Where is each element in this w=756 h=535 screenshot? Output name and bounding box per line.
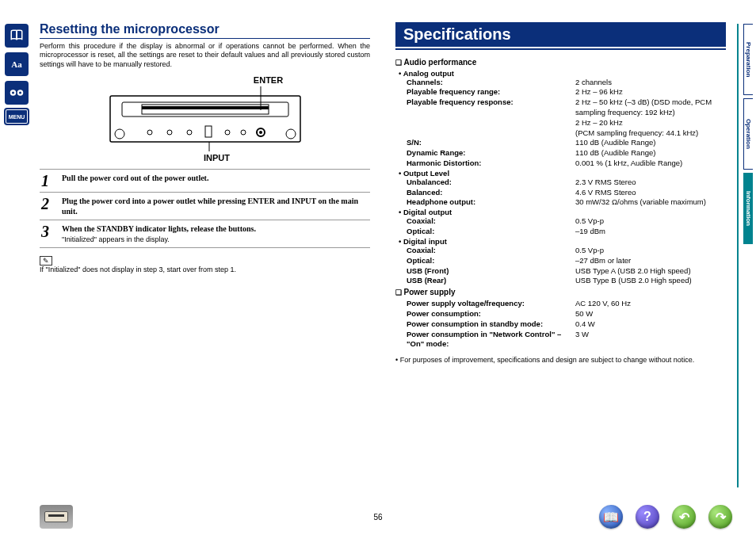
- spec-value: 3 W: [575, 330, 726, 350]
- device-diagram: ENTER INPUT: [40, 75, 370, 162]
- step-note-3: "Initialized" appears in the display.: [62, 235, 170, 243]
- spec-value: 30 mW/32 Ω/ohms (variable maximum): [575, 197, 726, 208]
- spec-value-cont: 2 Hz – 20 kHz: [575, 118, 726, 128]
- spec-footnote: For purposes of improvement, specificati…: [395, 356, 726, 364]
- spec-value: AC 120 V, 60 Hz: [575, 299, 726, 309]
- svg-rect-8: [142, 106, 269, 109]
- side-tabs: PreparationOperationInformation: [740, 0, 756, 535]
- spec-subhead: Output Level: [399, 169, 726, 178]
- spec-key: Power consumption:: [407, 309, 575, 319]
- side-tab-operation[interactable]: Operation: [743, 98, 753, 170]
- index-icon[interactable]: [5, 81, 29, 105]
- spec-row: Playable frequency range:2 Hz – 96 kHz: [407, 87, 726, 97]
- svg-point-13: [187, 130, 192, 135]
- spec-value: 2 channels: [575, 78, 726, 88]
- spec-key: Unbalanced:: [407, 178, 575, 188]
- spec-row: Coaxial:0.5 Vp-p: [407, 246, 726, 256]
- spec-row: USB (Rear)USB Type B (USB 2.0 High speed…: [407, 276, 726, 286]
- spec-title: Specifications: [395, 22, 726, 47]
- spec-value: –27 dBm or later: [575, 256, 726, 266]
- spec-key: S/N:: [407, 138, 575, 148]
- spec-key: USB (Rear): [407, 276, 575, 286]
- spec-body: Audio performanceAnalog outputChannels:2…: [395, 58, 726, 350]
- spec-section-head: Audio performance: [395, 58, 726, 67]
- menu-icon[interactable]: MENU: [6, 109, 28, 124]
- spec-value: 2 Hz – 96 kHz: [575, 87, 726, 97]
- spec-value: 0.4 W: [575, 319, 726, 330]
- spec-key: Power consumption in standby mode:: [407, 319, 575, 330]
- spec-section-head: Power supply: [395, 288, 726, 296]
- spec-key: Power supply voltage/frequency:: [407, 299, 575, 309]
- spec-value: 50 W: [575, 309, 726, 319]
- spec-value: 110 dB (Audible Range): [575, 148, 726, 159]
- spec-row: Power consumption:50 W: [407, 309, 726, 319]
- side-tab-preparation[interactable]: Preparation: [743, 24, 753, 95]
- spec-value: 110 dB (Audible Range): [575, 138, 726, 148]
- spec-value: USB Type B (USB 2.0 High speed): [575, 276, 726, 286]
- page-number: 56: [373, 513, 382, 522]
- reset-footnote-text: If "Initialized" does not display in ste…: [40, 266, 236, 273]
- spec-value: 2.3 V RMS Stereo: [575, 178, 726, 188]
- nav-back-icon[interactable]: ↶: [672, 505, 696, 529]
- spec-row: Harmonic Distortion:0.001 % (1 kHz, Audi…: [407, 159, 726, 169]
- spec-key: Optical:: [407, 256, 575, 266]
- spec-key: Headphone output:: [407, 197, 575, 208]
- svg-point-15: [225, 130, 230, 135]
- spec-row: S/N:110 dB (Audible Range): [407, 138, 726, 148]
- spec-key: Dynamic Range:: [407, 148, 575, 159]
- svg-point-9: [115, 129, 124, 139]
- svg-point-16: [241, 130, 246, 135]
- pencil-icon: ✎: [40, 256, 52, 266]
- step-num-2: 2: [41, 196, 55, 212]
- spec-key: Harmonic Distortion:: [407, 159, 575, 169]
- spec-key: Coaxial:: [407, 246, 575, 256]
- spec-row: Optical:–19 dBm: [407, 227, 726, 237]
- spec-value: 0.5 Vp-p: [575, 216, 726, 227]
- spec-value-cont: (PCM sampling frequency: 44.1 kHz): [575, 128, 726, 139]
- spec-key: Power consumption in "Network Control" –…: [407, 330, 575, 350]
- spec-value: –19 dBm: [575, 227, 726, 237]
- svg-point-10: [286, 129, 296, 139]
- glossary-icon[interactable]: Aa: [5, 52, 29, 76]
- spec-row: Dynamic Range:110 dB (Audible Range): [407, 148, 726, 159]
- reset-intro: Perform this procedure if the display is…: [40, 42, 370, 69]
- spec-value: 2 Hz – 50 kHz (–3 dB) (DSD mode, PCM sam…: [575, 97, 726, 118]
- svg-point-3: [19, 92, 21, 94]
- spec-row: Coaxial:0.5 Vp-p: [407, 216, 726, 227]
- svg-point-2: [12, 92, 14, 94]
- spec-key: USB (Front): [407, 266, 575, 277]
- contents-icon[interactable]: [5, 24, 29, 48]
- spec-value: USB Type A (USB 2.0 High speed): [575, 266, 726, 277]
- nav-help-icon[interactable]: ?: [636, 505, 659, 529]
- step-text-2: Plug the power cord into a power outlet …: [62, 197, 358, 216]
- spec-row: Headphone output:30 mW/32 Ω/ohms (variab…: [407, 197, 726, 208]
- spec-subhead: Digital input: [399, 237, 726, 246]
- svg-point-12: [167, 130, 172, 135]
- nav-forward-icon[interactable]: ↷: [708, 505, 732, 529]
- spec-key: Balanced:: [407, 188, 575, 198]
- spec-row: Power consumption in standby mode:0.4 W: [407, 319, 726, 330]
- spec-key: Coaxial:: [407, 216, 575, 227]
- spec-subhead: Analog output: [399, 69, 726, 78]
- svg-point-11: [147, 130, 152, 135]
- side-tab-information[interactable]: Information: [743, 173, 753, 244]
- spec-value: 0.5 Vp-p: [575, 246, 726, 256]
- reset-steps: 1 Pull the power cord out of the power o…: [40, 169, 370, 249]
- reset-title: Resetting the microprocessor: [40, 22, 370, 39]
- input-label: INPUT: [40, 153, 370, 162]
- spec-row: Channels:2 channels: [407, 78, 726, 88]
- spec-value: 0.001 % (1 kHz, Audible Range): [575, 159, 726, 169]
- nav-contents-icon[interactable]: 📖: [599, 505, 623, 529]
- spec-key: Channels:: [407, 78, 575, 88]
- spec-row: Power consumption in "Network Control" –…: [407, 330, 726, 350]
- step-num-3: 3: [41, 224, 55, 239]
- step-text-1: Pull the power cord out of the power out…: [62, 174, 208, 182]
- spec-key: Optical:: [407, 227, 575, 237]
- spec-subhead: Digital output: [399, 208, 726, 216]
- spec-key: Playable frequency range:: [407, 87, 575, 97]
- spec-value: 4.6 V RMS Stereo: [575, 188, 726, 198]
- spec-row: Optical:–27 dBm or later: [407, 256, 726, 266]
- device-thumbnail[interactable]: [40, 505, 73, 529]
- enter-label: ENTER: [40, 75, 370, 85]
- reset-footnote: ✎ If "Initialized" does not display in s…: [40, 256, 370, 273]
